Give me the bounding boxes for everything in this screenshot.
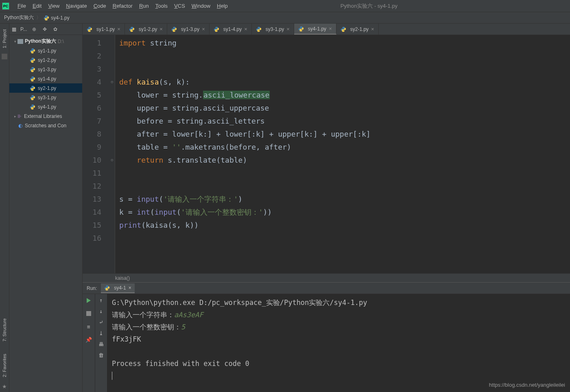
tree-file[interactable]: sy2-1.py [9, 83, 82, 93]
run-config-tab[interactable]: sy4-1 × [101, 283, 134, 293]
menu-vcs[interactable]: VCS [171, 1, 188, 11]
editor-tab[interactable]: sy4-1.py× [294, 24, 336, 35]
svg-rect-2 [86, 311, 91, 316]
app-icon: PC [2, 2, 9, 10]
context-function: kaisa() [115, 275, 130, 281]
console-controls: ↑ ↓ ⤶ ⤓ 🖶 🗑 [95, 294, 107, 392]
run-label: Run: [87, 285, 97, 291]
editor-tab[interactable]: sy1-2.py× [125, 24, 167, 35]
project-view-icon[interactable]: ▦ [12, 26, 16, 32]
tree-file[interactable]: sy1-4.py [9, 74, 82, 83]
layout-button[interactable]: ≡ [85, 323, 92, 330]
close-icon[interactable]: × [202, 26, 205, 32]
close-icon[interactable]: × [244, 26, 247, 32]
editor-area: sy1-1.py×sy1-2.py×sy1-3.py×sy1-4.py×sy3-… [83, 24, 570, 392]
close-icon[interactable]: × [159, 26, 163, 32]
gear-icon[interactable]: ✿ [52, 26, 59, 33]
stop-button[interactable] [85, 310, 92, 317]
code-editor[interactable]: 12345678910111213141516 ⊖⊖ import string… [83, 35, 570, 273]
trash-icon[interactable]: 🗑 [98, 352, 104, 358]
menu-tools[interactable]: Tools [152, 1, 171, 11]
close-icon[interactable]: × [286, 26, 290, 32]
left-tool-strip: 1: Project 7: Structure 2: Favorites ★ [0, 24, 9, 392]
close-icon[interactable]: × [329, 26, 332, 32]
project-tree[interactable]: ▾Python实验六D:\sy1-1.pysy1-2.pysy1-3.pysy1… [9, 35, 82, 392]
menu-refactor[interactable]: Refactor [109, 1, 136, 11]
sidebar-icon[interactable] [2, 54, 7, 59]
breadcrumb-project[interactable]: Python实验六 [4, 14, 34, 21]
menu-help[interactable]: Help [214, 1, 231, 11]
editor-tab[interactable]: sy1-1.py× [83, 24, 125, 35]
editor-context-bar: kaisa() [83, 273, 570, 282]
down-arrow-icon[interactable]: ↓ [100, 308, 103, 314]
menu-edit[interactable]: Edit [29, 1, 45, 11]
menu-run[interactable]: Run [136, 1, 152, 11]
pin-button[interactable]: 📌 [85, 336, 92, 343]
breadcrumb-separator: 〉 [36, 14, 41, 21]
menu-code[interactable]: Code [90, 1, 109, 11]
menu-window[interactable]: Window [188, 1, 214, 11]
menu-bar: PC FileEditViewNavigateCodeRefactorRunTo… [0, 0, 570, 12]
tree-file[interactable]: sy1-3.py [9, 65, 82, 74]
navigation-bar: Python实验六 〉 sy4-1.py [0, 12, 570, 24]
run-tool-window: Run: sy4-1 × ≡ 📌 ↑ ↓ [83, 282, 570, 392]
menu-file[interactable]: File [14, 1, 29, 11]
editor-tab[interactable]: sy2-1.py× [336, 24, 379, 35]
soft-wrap-icon[interactable]: ⤶ [99, 319, 103, 325]
breadcrumb-file[interactable]: sy4-1.py [51, 15, 69, 21]
tree-external-libraries[interactable]: ▸⊪External Libraries [9, 111, 82, 121]
scroll-end-icon[interactable]: ⤓ [99, 330, 103, 336]
python-file-icon [44, 15, 49, 21]
tree-file[interactable]: sy3-1.py [9, 93, 82, 102]
tree-file[interactable]: sy1-1.py [9, 46, 82, 55]
project-panel-header: ▦ P... ⊕ ✥ ✿ [9, 24, 82, 35]
menu-navigate[interactable]: Navigate [63, 1, 90, 11]
locate-icon[interactable]: ⊕ [31, 26, 37, 33]
close-icon[interactable]: × [117, 26, 120, 32]
up-arrow-icon[interactable]: ↑ [100, 297, 103, 303]
gutter-line-numbers: 12345678910111213141516 [83, 35, 109, 273]
window-title: Python实验六 - sy4-1.py [231, 2, 568, 10]
python-file-icon [104, 285, 110, 291]
run-button[interactable] [85, 297, 92, 304]
code-body[interactable]: import string def kaisa(s, k): lower = s… [115, 35, 570, 273]
sidebar-tab-favorites[interactable]: 2: Favorites [1, 350, 8, 381]
tree-root[interactable]: ▾Python实验六D:\ [9, 37, 82, 46]
tree-scratches[interactable]: ◐Scratches and Con [9, 121, 82, 130]
close-icon[interactable]: × [371, 26, 374, 32]
close-icon[interactable]: × [129, 285, 131, 291]
print-icon[interactable]: 🖶 [98, 341, 104, 347]
expand-icon[interactable]: ✥ [41, 26, 48, 33]
editor-tab-bar: sy1-1.py×sy1-2.py×sy1-3.py×sy1-4.py×sy3-… [83, 24, 570, 35]
gutter-fold[interactable]: ⊖⊖ [109, 35, 115, 273]
sidebar-tab-structure[interactable]: 7: Structure [1, 314, 8, 346]
run-panel-header: Run: sy4-1 × [83, 283, 570, 294]
run-controls: ≡ 📌 [83, 294, 95, 392]
console-output[interactable]: G:\Python\python.exe D:/pc_workspace_实验/… [107, 294, 570, 392]
tree-file[interactable]: sy4-1.py [9, 102, 82, 111]
editor-tab[interactable]: sy3-1.py× [252, 24, 294, 35]
svg-point-0 [46, 15, 46, 16]
editor-tab[interactable]: sy1-3.py× [167, 24, 210, 35]
project-tool-window: ▦ P... ⊕ ✥ ✿ ▾Python实验六D:\sy1-1.pysy1-2.… [9, 24, 83, 392]
project-panel-label[interactable]: P... [20, 26, 27, 32]
run-config-name: sy4-1 [114, 285, 126, 291]
menu-view[interactable]: View [45, 1, 63, 11]
sidebar-tab-project[interactable]: 1: Project [1, 25, 8, 52]
tree-file[interactable]: sy1-2.py [9, 55, 82, 65]
editor-tab[interactable]: sy1-4.py× [210, 24, 252, 35]
svg-point-1 [47, 19, 47, 20]
watermark-text: https://blog.csdn.net/yangleileilei [489, 382, 565, 388]
